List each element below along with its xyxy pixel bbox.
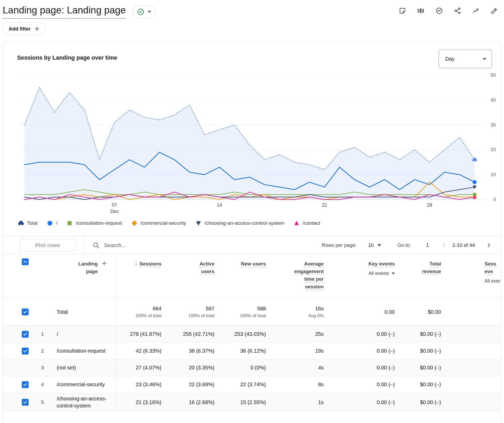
line-chart[interactable]	[17, 72, 487, 210]
table-row[interactable]: 2 /consultation-request 42 (6.33%) 38 (6…	[3, 343, 501, 359]
total-row-checkbox[interactable]	[22, 309, 29, 315]
search-icon[interactable]	[92, 242, 100, 249]
page-title[interactable]: Landing page: Landing page	[3, 5, 126, 19]
insights-icon[interactable]	[435, 7, 443, 15]
table-body: 1 / 278 (41.87%) 255 (42.71%) 253 (43.03…	[3, 326, 501, 412]
new-users-value: 36 (6.12%)	[216, 343, 267, 359]
share-icon[interactable]	[454, 7, 461, 15]
avg-engagement-value: 4s	[267, 359, 325, 376]
row-checkbox-empty	[3, 359, 32, 376]
active-users-value: 20 (3.35%)	[162, 359, 216, 376]
legend-label: /commercial-security	[140, 220, 186, 226]
rows-per-page-dropdown[interactable]: 10	[368, 242, 381, 248]
interval-value: Day	[445, 56, 455, 62]
legend-label: Total	[27, 220, 38, 226]
legend-label: /choosing-an-access-control-system	[204, 220, 284, 226]
previous-page-button[interactable]	[441, 242, 448, 249]
interval-dropdown[interactable]: Day	[439, 50, 492, 68]
avg-engagement-value: 19s	[267, 343, 325, 359]
pagination-controls: Rows per page: 10 Go to: 1-10 of 44	[322, 242, 492, 249]
key-events-header-cell[interactable]: Key events All events	[325, 254, 396, 298]
header-toolbar	[398, 7, 498, 15]
x-axis-labels: 07Dec142128	[3, 202, 501, 218]
sessions-value: 27 (4.07%)	[116, 359, 162, 376]
rows-per-page-value: 10	[368, 242, 374, 248]
triangle-up-series-icon	[294, 220, 300, 226]
legend-label: /consultation-request	[76, 220, 122, 226]
page-range-label: 1-10 of 44	[452, 242, 475, 248]
check-circle-icon	[137, 8, 144, 15]
legend-label: /contact	[303, 220, 320, 226]
plot-rows-button[interactable]: Plot rows	[19, 239, 76, 251]
table-toolbar: Plot rows Rows per page: 10 Go to:	[3, 236, 501, 254]
legend-item-choosing-access-control[interactable]: /choosing-an-access-control-system	[196, 220, 284, 226]
table-row[interactable]: 4 /commercial-security 23 (3.46%) 22 (3.…	[3, 376, 501, 393]
sessions-chart[interactable]: 01020304050 07Dec142128	[3, 72, 501, 210]
active-users-header-cell[interactable]: Active users	[162, 254, 216, 298]
row-checkbox[interactable]	[22, 381, 29, 388]
ga4-report-page: Landing page: Landing page	[0, 0, 504, 423]
edit-icon[interactable]	[490, 7, 498, 15]
dimension-header-label[interactable]: Landing page	[71, 260, 98, 275]
add-dimension-icon[interactable]	[101, 260, 108, 267]
legend-item-contact[interactable]: /contact	[294, 220, 320, 226]
select-all-checkbox[interactable]	[22, 258, 29, 265]
chevron-down-icon	[148, 11, 151, 13]
next-page-button[interactable]	[485, 242, 492, 249]
sessions-value: 23 (3.46%)	[116, 376, 162, 393]
key-events-value: 0.00 (–)	[325, 343, 396, 359]
row-index: 5	[32, 393, 48, 411]
goto-page-input[interactable]	[421, 242, 434, 248]
session-key-event-rate-header-cell[interactable]: Sess eve All events	[442, 254, 501, 298]
avg-engagement-header-cell[interactable]: Average engagement time per session	[267, 254, 325, 298]
search-input[interactable]	[104, 242, 188, 248]
total-revenue-value: $0.00 (–)	[396, 343, 442, 359]
circle-series-icon	[47, 220, 53, 226]
key-events-scope-dropdown[interactable]: All events	[369, 271, 395, 276]
key-events-value: 0.00 (–)	[325, 393, 396, 411]
sort-descending-icon: ↓	[135, 260, 138, 266]
avg-engagement-value: 1s	[267, 393, 325, 411]
notes-icon[interactable]	[398, 7, 406, 15]
toolbar-divider	[84, 236, 84, 254]
comparison-icon[interactable]	[417, 7, 425, 15]
total-revenue-value: $0.00 (–)	[396, 393, 442, 411]
key-events-value: 0.00 (–)	[325, 359, 396, 376]
report-status-badge[interactable]	[133, 6, 156, 18]
sessions-header-cell[interactable]: ↓ Sessions	[116, 254, 162, 298]
table-row[interactable]: 3 (not set) 27 (4.07%) 20 (3.35%) 0 (0%)…	[3, 359, 501, 376]
key-events-value: 0.00 (–)	[325, 326, 396, 342]
legend-item-consultation-request[interactable]: /consultation-request	[67, 220, 122, 226]
total-revenue-header-cell[interactable]: Total revenue	[396, 254, 442, 298]
total-label: Total	[48, 309, 68, 315]
sessions-value: 21 (3.16%)	[116, 393, 162, 411]
landing-page-value: /choosing-an-access-control-system	[57, 395, 111, 409]
row-checkbox[interactable]	[22, 348, 29, 354]
table-row[interactable]: 1 / 278 (41.87%) 255 (42.71%) 253 (43.03…	[3, 326, 501, 343]
goto-label: Go to:	[397, 242, 411, 248]
legend-item-commercial-security[interactable]: /commercial-security	[132, 220, 186, 226]
chevron-down-icon	[377, 244, 381, 246]
sessions-value: 42 (6.33%)	[116, 343, 162, 359]
active-users-value: 16 (2.68%)	[162, 393, 216, 411]
key-events-value: 0.00 (–)	[325, 376, 396, 393]
active-users-value: 38 (6.37%)	[162, 343, 216, 359]
legend-item-root[interactable]: /	[47, 220, 57, 226]
row-index: 1	[32, 326, 48, 342]
add-filter-label: Add filter	[9, 26, 30, 32]
trendline-icon[interactable]	[472, 7, 480, 15]
new-users-value: 22 (3.74%)	[216, 376, 267, 393]
select-all-cell	[3, 254, 32, 298]
row-checkbox[interactable]	[22, 399, 29, 406]
landing-page-value: /commercial-security	[57, 381, 105, 388]
add-filter-button[interactable]: Add filter	[3, 23, 45, 35]
legend-item-total[interactable]: Total	[18, 220, 38, 226]
table-row[interactable]: 5 /choosing-an-access-control-system 21 …	[3, 393, 501, 412]
sessions-value: 278 (41.87%)	[116, 326, 162, 342]
square-series-icon	[67, 220, 72, 226]
table-header-row: Landing page ↓ Sessions Active users New…	[3, 254, 501, 298]
landing-page-value: /consultation-request	[57, 347, 106, 354]
row-checkbox[interactable]	[22, 331, 29, 338]
index-header-cell	[32, 254, 48, 298]
new-users-header-cell[interactable]: New users	[216, 254, 267, 298]
